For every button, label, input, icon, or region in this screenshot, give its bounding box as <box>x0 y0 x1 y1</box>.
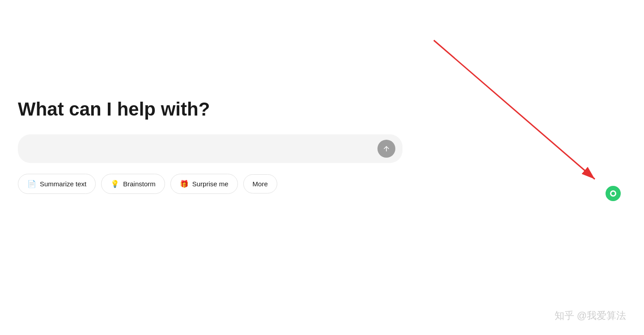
chip-summarize-label: Summarize text <box>40 180 86 188</box>
chip-more-label: More <box>253 180 268 188</box>
chip-brainstorm[interactable]: 💡 Brainstorm <box>101 174 165 194</box>
input-container <box>18 134 402 163</box>
chat-input[interactable] <box>29 145 377 153</box>
document-icon: 📄 <box>27 180 36 188</box>
annotation-arrow <box>420 27 613 197</box>
lightbulb-icon: 💡 <box>110 180 119 188</box>
svg-line-1 <box>434 40 595 179</box>
send-button[interactable] <box>377 140 395 158</box>
chips-row: 📄 Summarize text 💡 Brainstorm 🎁 Surprise… <box>18 174 402 194</box>
chip-more[interactable]: More <box>243 174 277 193</box>
main-content: What can I help with? 📄 Summarize text 💡… <box>18 99 402 194</box>
green-circle-inner <box>610 190 616 197</box>
green-status-indicator <box>606 186 621 201</box>
watermark: 知乎 @我爱算法 <box>555 309 626 322</box>
gift-icon: 🎁 <box>180 180 189 188</box>
chip-summarize[interactable]: 📄 Summarize text <box>18 174 96 194</box>
chip-surprise-label: Surprise me <box>192 180 229 188</box>
chip-surprise[interactable]: 🎁 Surprise me <box>170 174 238 194</box>
headline: What can I help with? <box>18 99 402 120</box>
chip-brainstorm-label: Brainstorm <box>123 180 156 188</box>
